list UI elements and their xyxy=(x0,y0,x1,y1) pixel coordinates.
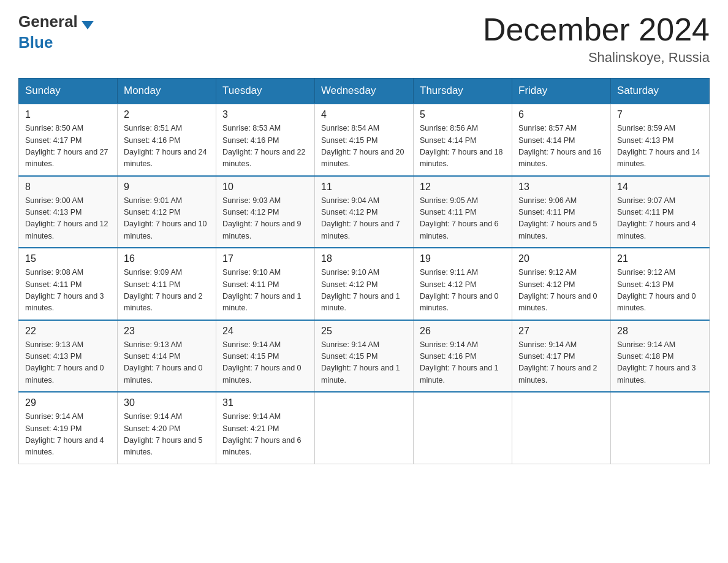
day-number: 5 xyxy=(420,109,506,120)
col-thursday: Thursday xyxy=(414,79,512,104)
day-number: 26 xyxy=(420,326,506,337)
day-number: 29 xyxy=(25,397,111,408)
calendar-week-row: 22Sunrise: 9:13 AMSunset: 4:13 PMDayligh… xyxy=(19,320,710,393)
col-saturday: Saturday xyxy=(611,79,710,104)
day-number: 22 xyxy=(25,326,111,337)
day-info: Sunrise: 9:05 AMSunset: 4:11 PMDaylight:… xyxy=(420,195,506,243)
day-number: 7 xyxy=(617,109,703,120)
logo-text: General Blue xyxy=(18,12,97,52)
day-info: Sunrise: 9:12 AMSunset: 4:13 PMDaylight:… xyxy=(617,267,703,315)
day-info: Sunrise: 9:07 AMSunset: 4:11 PMDaylight:… xyxy=(617,195,703,243)
day-number: 10 xyxy=(222,182,308,193)
month-title: December 2024 xyxy=(483,12,710,47)
col-monday: Monday xyxy=(118,79,216,104)
day-info: Sunrise: 9:10 AMSunset: 4:11 PMDaylight:… xyxy=(222,267,308,315)
day-info: Sunrise: 8:56 AMSunset: 4:14 PMDaylight:… xyxy=(420,123,506,170)
svg-marker-0 xyxy=(82,21,94,29)
day-info: Sunrise: 9:06 AMSunset: 4:11 PMDaylight:… xyxy=(518,195,604,243)
day-info: Sunrise: 9:12 AMSunset: 4:12 PMDaylight:… xyxy=(518,267,604,315)
table-row: 21Sunrise: 9:12 AMSunset: 4:13 PMDayligh… xyxy=(611,248,710,320)
day-number: 1 xyxy=(25,109,111,120)
col-tuesday: Tuesday xyxy=(216,79,315,104)
logo-blue: Blue xyxy=(18,33,53,52)
calendar-week-row: 1Sunrise: 8:50 AMSunset: 4:17 PMDaylight… xyxy=(19,104,710,176)
day-info: Sunrise: 9:14 AMSunset: 4:15 PMDaylight:… xyxy=(321,339,407,387)
table-row: 14Sunrise: 9:07 AMSunset: 4:11 PMDayligh… xyxy=(611,176,710,248)
table-row: 31Sunrise: 9:14 AMSunset: 4:21 PMDayligh… xyxy=(216,392,315,464)
day-number: 14 xyxy=(617,182,703,193)
day-info: Sunrise: 9:14 AMSunset: 4:20 PMDaylight:… xyxy=(124,411,210,459)
table-row xyxy=(611,392,710,464)
table-row: 2Sunrise: 8:51 AMSunset: 4:16 PMDaylight… xyxy=(118,104,216,176)
table-row xyxy=(414,392,512,464)
table-row: 7Sunrise: 8:59 AMSunset: 4:13 PMDaylight… xyxy=(611,104,710,176)
day-number: 17 xyxy=(222,253,308,264)
table-row: 19Sunrise: 9:11 AMSunset: 4:12 PMDayligh… xyxy=(414,248,512,320)
table-row: 17Sunrise: 9:10 AMSunset: 4:11 PMDayligh… xyxy=(216,248,315,320)
calendar-week-row: 8Sunrise: 9:00 AMSunset: 4:13 PMDaylight… xyxy=(19,176,710,248)
table-row: 25Sunrise: 9:14 AMSunset: 4:15 PMDayligh… xyxy=(315,320,414,393)
table-row: 1Sunrise: 8:50 AMSunset: 4:17 PMDaylight… xyxy=(19,104,118,176)
day-number: 18 xyxy=(321,253,407,264)
table-row: 6Sunrise: 8:57 AMSunset: 4:14 PMDaylight… xyxy=(512,104,611,176)
day-info: Sunrise: 9:13 AMSunset: 4:14 PMDaylight:… xyxy=(124,339,210,387)
table-row xyxy=(315,392,414,464)
day-info: Sunrise: 9:14 AMSunset: 4:17 PMDaylight:… xyxy=(518,339,604,387)
day-info: Sunrise: 9:04 AMSunset: 4:12 PMDaylight:… xyxy=(321,195,407,243)
table-row: 27Sunrise: 9:14 AMSunset: 4:17 PMDayligh… xyxy=(512,320,611,393)
day-number: 24 xyxy=(222,326,308,337)
table-row: 13Sunrise: 9:06 AMSunset: 4:11 PMDayligh… xyxy=(512,176,611,248)
table-row: 18Sunrise: 9:10 AMSunset: 4:12 PMDayligh… xyxy=(315,248,414,320)
logo-general: General xyxy=(18,12,78,31)
table-row xyxy=(512,392,611,464)
table-row: 26Sunrise: 9:14 AMSunset: 4:16 PMDayligh… xyxy=(414,320,512,393)
day-info: Sunrise: 9:08 AMSunset: 4:11 PMDaylight:… xyxy=(25,267,111,315)
day-number: 21 xyxy=(617,253,703,264)
table-row: 23Sunrise: 9:13 AMSunset: 4:14 PMDayligh… xyxy=(118,320,216,393)
table-row: 29Sunrise: 9:14 AMSunset: 4:19 PMDayligh… xyxy=(19,392,118,464)
table-row: 24Sunrise: 9:14 AMSunset: 4:15 PMDayligh… xyxy=(216,320,315,393)
day-number: 9 xyxy=(124,182,210,193)
day-info: Sunrise: 8:50 AMSunset: 4:17 PMDaylight:… xyxy=(25,123,111,170)
day-info: Sunrise: 9:14 AMSunset: 4:18 PMDaylight:… xyxy=(617,339,703,387)
table-row: 11Sunrise: 9:04 AMSunset: 4:12 PMDayligh… xyxy=(315,176,414,248)
day-number: 8 xyxy=(25,182,111,193)
day-number: 3 xyxy=(222,109,308,120)
col-wednesday: Wednesday xyxy=(315,79,414,104)
table-row: 4Sunrise: 8:54 AMSunset: 4:15 PMDaylight… xyxy=(315,104,414,176)
day-number: 2 xyxy=(124,109,210,120)
day-info: Sunrise: 9:11 AMSunset: 4:12 PMDaylight:… xyxy=(420,267,506,315)
table-row: 22Sunrise: 9:13 AMSunset: 4:13 PMDayligh… xyxy=(19,320,118,393)
logo-icon xyxy=(79,16,96,33)
table-row: 28Sunrise: 9:14 AMSunset: 4:18 PMDayligh… xyxy=(611,320,710,393)
table-row: 30Sunrise: 9:14 AMSunset: 4:20 PMDayligh… xyxy=(118,392,216,464)
table-row: 20Sunrise: 9:12 AMSunset: 4:12 PMDayligh… xyxy=(512,248,611,320)
title-block: December 2024 Shalinskoye, Russia xyxy=(483,12,710,66)
day-info: Sunrise: 8:59 AMSunset: 4:13 PMDaylight:… xyxy=(617,123,703,170)
day-number: 6 xyxy=(518,109,604,120)
day-number: 31 xyxy=(222,397,308,408)
day-info: Sunrise: 9:10 AMSunset: 4:12 PMDaylight:… xyxy=(321,267,407,315)
day-number: 15 xyxy=(25,253,111,264)
col-sunday: Sunday xyxy=(19,79,118,104)
day-number: 27 xyxy=(518,326,604,337)
table-row: 16Sunrise: 9:09 AMSunset: 4:11 PMDayligh… xyxy=(118,248,216,320)
calendar-week-row: 15Sunrise: 9:08 AMSunset: 4:11 PMDayligh… xyxy=(19,248,710,320)
table-row: 9Sunrise: 9:01 AMSunset: 4:12 PMDaylight… xyxy=(118,176,216,248)
table-row: 12Sunrise: 9:05 AMSunset: 4:11 PMDayligh… xyxy=(414,176,512,248)
day-info: Sunrise: 9:01 AMSunset: 4:12 PMDaylight:… xyxy=(124,195,210,243)
location: Shalinskoye, Russia xyxy=(483,50,710,66)
day-info: Sunrise: 9:13 AMSunset: 4:13 PMDaylight:… xyxy=(25,339,111,387)
day-info: Sunrise: 8:51 AMSunset: 4:16 PMDaylight:… xyxy=(124,123,210,170)
table-row: 8Sunrise: 9:00 AMSunset: 4:13 PMDaylight… xyxy=(19,176,118,248)
table-row: 10Sunrise: 9:03 AMSunset: 4:12 PMDayligh… xyxy=(216,176,315,248)
table-row: 15Sunrise: 9:08 AMSunset: 4:11 PMDayligh… xyxy=(19,248,118,320)
day-number: 28 xyxy=(617,326,703,337)
day-info: Sunrise: 9:14 AMSunset: 4:21 PMDaylight:… xyxy=(222,411,308,459)
page-header: General Blue December 2024 Shalinskoye, … xyxy=(18,12,710,66)
day-number: 11 xyxy=(321,182,407,193)
calendar-week-row: 29Sunrise: 9:14 AMSunset: 4:19 PMDayligh… xyxy=(19,392,710,464)
day-info: Sunrise: 9:14 AMSunset: 4:15 PMDaylight:… xyxy=(222,339,308,387)
calendar-table: Sunday Monday Tuesday Wednesday Thursday… xyxy=(18,78,710,464)
day-number: 30 xyxy=(124,397,210,408)
